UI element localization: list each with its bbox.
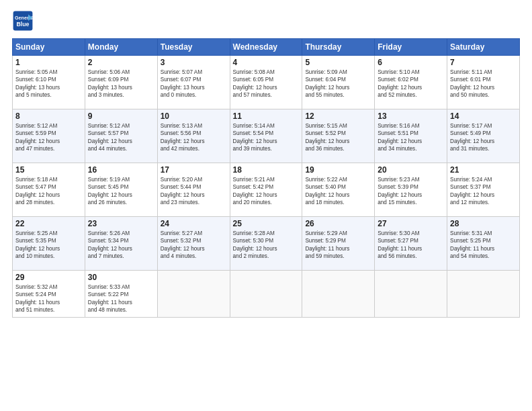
day-detail: Sunrise: 5:22 AM Sunset: 5:40 PM Dayligh… (305, 176, 371, 207)
day-cell: 19Sunrise: 5:22 AM Sunset: 5:40 PM Dayli… (302, 163, 375, 217)
day-detail: Sunrise: 5:13 AM Sunset: 5:56 PM Dayligh… (161, 122, 227, 153)
day-number: 3 (161, 58, 227, 67)
day-detail: Sunrise: 5:08 AM Sunset: 6:05 PM Dayligh… (233, 68, 300, 99)
day-detail: Sunrise: 5:21 AM Sunset: 5:42 PM Dayligh… (233, 176, 300, 207)
day-number: 1 (15, 58, 82, 67)
day-detail: Sunrise: 5:11 AM Sunset: 6:01 PM Dayligh… (450, 68, 517, 99)
day-number: 2 (88, 58, 154, 67)
day-cell: 5Sunrise: 5:09 AM Sunset: 6:04 PM Daylig… (302, 56, 375, 109)
day-number: 8 (15, 111, 82, 121)
day-cell: 20Sunrise: 5:23 AM Sunset: 5:39 PM Dayli… (375, 163, 447, 217)
day-cell: 27Sunrise: 5:30 AM Sunset: 5:27 PM Dayli… (375, 217, 447, 271)
day-cell: 23Sunrise: 5:26 AM Sunset: 5:34 PM Dayli… (85, 217, 157, 271)
col-header-friday: Friday (375, 39, 447, 56)
day-number: 26 (305, 219, 371, 228)
day-detail: Sunrise: 5:16 AM Sunset: 5:51 PM Dayligh… (378, 122, 444, 153)
day-number: 4 (233, 58, 300, 67)
col-header-monday: Monday (85, 39, 157, 56)
day-cell: 26Sunrise: 5:29 AM Sunset: 5:29 PM Dayli… (302, 217, 375, 271)
day-number: 16 (88, 165, 154, 175)
day-number: 11 (233, 111, 300, 121)
day-detail: Sunrise: 5:25 AM Sunset: 5:35 PM Dayligh… (15, 230, 82, 261)
day-detail: Sunrise: 5:28 AM Sunset: 5:30 PM Dayligh… (233, 230, 300, 261)
day-cell (157, 271, 230, 318)
day-detail: Sunrise: 5:17 AM Sunset: 5:49 PM Dayligh… (450, 122, 517, 153)
col-header-wednesday: Wednesday (230, 39, 302, 56)
day-cell: 6Sunrise: 5:10 AM Sunset: 6:02 PM Daylig… (375, 56, 447, 109)
logo: General Blue (12, 10, 36, 32)
day-detail: Sunrise: 5:15 AM Sunset: 5:52 PM Dayligh… (305, 122, 371, 153)
day-detail: Sunrise: 5:05 AM Sunset: 6:10 PM Dayligh… (15, 68, 82, 99)
header-area: General Blue (12, 10, 520, 32)
day-cell: 10Sunrise: 5:13 AM Sunset: 5:56 PM Dayli… (157, 109, 230, 163)
day-detail: Sunrise: 5:18 AM Sunset: 5:47 PM Dayligh… (15, 176, 82, 207)
col-header-sunday: Sunday (13, 39, 85, 56)
week-row-2: 8Sunrise: 5:12 AM Sunset: 5:59 PM Daylig… (13, 109, 520, 163)
day-number: 6 (378, 58, 444, 67)
logo-icon: General Blue (12, 10, 34, 32)
day-cell: 22Sunrise: 5:25 AM Sunset: 5:35 PM Dayli… (13, 217, 85, 271)
day-cell: 25Sunrise: 5:28 AM Sunset: 5:30 PM Dayli… (230, 217, 302, 271)
day-cell: 14Sunrise: 5:17 AM Sunset: 5:49 PM Dayli… (447, 109, 520, 163)
day-cell: 18Sunrise: 5:21 AM Sunset: 5:42 PM Dayli… (230, 163, 302, 217)
day-cell: 3Sunrise: 5:07 AM Sunset: 6:07 PM Daylig… (157, 56, 230, 109)
day-cell: 13Sunrise: 5:16 AM Sunset: 5:51 PM Dayli… (375, 109, 447, 163)
week-row-3: 15Sunrise: 5:18 AM Sunset: 5:47 PM Dayli… (13, 163, 520, 217)
day-cell: 1Sunrise: 5:05 AM Sunset: 6:10 PM Daylig… (13, 56, 85, 109)
day-number: 12 (305, 111, 371, 121)
day-detail: Sunrise: 5:24 AM Sunset: 5:37 PM Dayligh… (450, 176, 517, 207)
day-cell: 9Sunrise: 5:12 AM Sunset: 5:57 PM Daylig… (85, 109, 157, 163)
day-cell: 7Sunrise: 5:11 AM Sunset: 6:01 PM Daylig… (447, 56, 520, 109)
day-cell: 16Sunrise: 5:19 AM Sunset: 5:45 PM Dayli… (85, 163, 157, 217)
day-number: 18 (233, 165, 300, 175)
header-row: SundayMondayTuesdayWednesdayThursdayFrid… (13, 39, 520, 56)
day-cell: 30Sunrise: 5:33 AM Sunset: 5:22 PM Dayli… (85, 271, 157, 318)
col-header-saturday: Saturday (447, 39, 520, 56)
col-header-tuesday: Tuesday (157, 39, 230, 56)
day-number: 7 (450, 58, 517, 67)
day-detail: Sunrise: 5:23 AM Sunset: 5:39 PM Dayligh… (378, 176, 444, 207)
day-number: 25 (233, 219, 300, 228)
day-cell: 2Sunrise: 5:06 AM Sunset: 6:09 PM Daylig… (85, 56, 157, 109)
day-number: 21 (450, 165, 517, 175)
day-detail: Sunrise: 5:07 AM Sunset: 6:07 PM Dayligh… (161, 68, 227, 99)
day-number: 19 (305, 165, 371, 175)
day-detail: Sunrise: 5:09 AM Sunset: 6:04 PM Dayligh… (305, 68, 371, 99)
svg-text:Blue: Blue (16, 21, 29, 28)
day-number: 10 (161, 111, 227, 121)
day-cell (447, 271, 520, 318)
day-detail: Sunrise: 5:30 AM Sunset: 5:27 PM Dayligh… (378, 230, 444, 261)
day-number: 23 (88, 219, 154, 228)
day-detail: Sunrise: 5:19 AM Sunset: 5:45 PM Dayligh… (88, 176, 154, 207)
day-detail: Sunrise: 5:32 AM Sunset: 5:24 PM Dayligh… (15, 283, 82, 314)
day-cell: 15Sunrise: 5:18 AM Sunset: 5:47 PM Dayli… (13, 163, 85, 217)
day-cell: 21Sunrise: 5:24 AM Sunset: 5:37 PM Dayli… (447, 163, 520, 217)
week-row-1: 1Sunrise: 5:05 AM Sunset: 6:10 PM Daylig… (13, 56, 520, 109)
day-cell: 28Sunrise: 5:31 AM Sunset: 5:25 PM Dayli… (447, 217, 520, 271)
day-cell: 17Sunrise: 5:20 AM Sunset: 5:44 PM Dayli… (157, 163, 230, 217)
day-cell: 11Sunrise: 5:14 AM Sunset: 5:54 PM Dayli… (230, 109, 302, 163)
day-detail: Sunrise: 5:14 AM Sunset: 5:54 PM Dayligh… (233, 122, 300, 153)
day-detail: Sunrise: 5:26 AM Sunset: 5:34 PM Dayligh… (88, 230, 154, 261)
day-detail: Sunrise: 5:06 AM Sunset: 6:09 PM Dayligh… (88, 68, 154, 99)
day-number: 13 (378, 111, 444, 121)
day-number: 14 (450, 111, 517, 121)
day-number: 5 (305, 58, 371, 67)
day-cell (230, 271, 302, 318)
calendar-table: SundayMondayTuesdayWednesdayThursdayFrid… (12, 38, 520, 318)
day-number: 9 (88, 111, 154, 121)
day-number: 27 (378, 219, 444, 228)
day-number: 28 (450, 219, 517, 228)
day-number: 15 (15, 165, 82, 175)
day-number: 22 (15, 219, 82, 228)
day-cell: 8Sunrise: 5:12 AM Sunset: 5:59 PM Daylig… (13, 109, 85, 163)
day-detail: Sunrise: 5:12 AM Sunset: 5:59 PM Dayligh… (15, 122, 82, 153)
day-cell (375, 271, 447, 318)
day-cell: 24Sunrise: 5:27 AM Sunset: 5:32 PM Dayli… (157, 217, 230, 271)
page: General Blue SundayMondayTuesdayWednesda… (0, 0, 532, 324)
day-detail: Sunrise: 5:12 AM Sunset: 5:57 PM Dayligh… (88, 122, 154, 153)
day-detail: Sunrise: 5:20 AM Sunset: 5:44 PM Dayligh… (161, 176, 227, 207)
day-number: 20 (378, 165, 444, 175)
day-detail: Sunrise: 5:29 AM Sunset: 5:29 PM Dayligh… (305, 230, 371, 261)
day-number: 24 (161, 219, 227, 228)
